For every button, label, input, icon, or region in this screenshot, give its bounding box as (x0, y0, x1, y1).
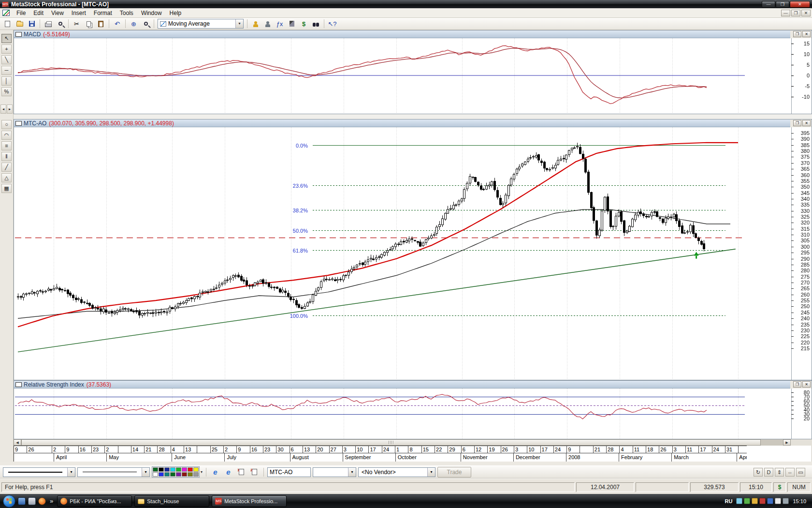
chart-window-icon[interactable] (2, 10, 10, 16)
network-icon[interactable] (736, 498, 742, 504)
taskbar-button-firefox[interactable]: РБК - РИА "РосБиз... (57, 495, 132, 507)
arc-tool[interactable]: ◠ (1, 131, 12, 140)
vendor-dropdown[interactable]: <No Vendor> ▾ (358, 467, 435, 477)
scroll-left-arrow[interactable]: ◀ (14, 439, 21, 446)
cycle-lines-tool[interactable]: ⦀ (1, 152, 12, 161)
cut-button[interactable]: ✂ (71, 18, 82, 29)
rsi-panel-header[interactable]: Relative Strength Index (37.5363) (14, 381, 790, 388)
shield-icon[interactable] (744, 498, 750, 504)
system-tester-button[interactable] (286, 18, 297, 29)
macd-restore-button[interactable]: ❐ (793, 31, 801, 37)
undo-button[interactable]: ↶ (112, 18, 123, 29)
line-style-dropdown[interactable]: ▾ (3, 467, 75, 477)
color-swatch[interactable] (193, 467, 199, 472)
taskbar-button-metastock[interactable]: MSMetaStock Professio... (212, 495, 287, 507)
trendline-tool[interactable]: ╲ (1, 55, 12, 64)
update-icon[interactable] (752, 498, 758, 504)
color-swatch[interactable] (170, 467, 175, 472)
start-button[interactable] (3, 495, 15, 508)
fit-vertical-button[interactable]: ⇕ (775, 468, 784, 477)
close-button[interactable]: ✕ (790, 1, 810, 8)
child-close-button[interactable]: ✕ (801, 10, 811, 16)
fibonacci-retracement-tool[interactable]: ≡ (1, 141, 12, 150)
child-restore-button[interactable]: ❐ (791, 10, 800, 16)
show-desktop-icon[interactable] (18, 497, 26, 505)
menu-insert[interactable]: Insert (68, 9, 90, 17)
layout-page-1-button[interactable]: 1 (236, 467, 247, 478)
color-swatch[interactable] (176, 467, 181, 472)
color-swatch[interactable] (159, 472, 164, 477)
macd-panel-header[interactable]: MACD (-5.51649) (14, 30, 790, 38)
menu-format[interactable]: Format (90, 9, 116, 17)
percent-tool[interactable]: % (1, 87, 12, 96)
display-icon[interactable] (767, 498, 773, 504)
scrollbar-thumb[interactable] (21, 439, 761, 446)
layout-page-2-button[interactable]: 2 (249, 467, 260, 478)
indicator-quicklist-dropdown[interactable]: Moving Average▾ (158, 19, 244, 29)
macd-chart[interactable] (14, 38, 812, 114)
color-swatch[interactable] (153, 472, 158, 477)
pager-previous-button[interactable]: ◂ (0, 105, 6, 114)
paste-button[interactable] (95, 18, 106, 29)
menu-view[interactable]: View (47, 9, 68, 17)
menu-file[interactable]: File (13, 9, 29, 17)
minimize-button[interactable]: — (762, 1, 775, 8)
line-weight-dropdown[interactable]: ▾ (77, 467, 150, 477)
period-dropdown[interactable]: ▾ (313, 467, 356, 477)
crosshair-tool[interactable]: + (1, 45, 12, 54)
color-swatch[interactable] (153, 467, 158, 472)
color-swatch[interactable] (182, 467, 187, 472)
rsi-chart[interactable] (14, 388, 812, 439)
firefox-quicklaunch-icon[interactable] (38, 497, 46, 505)
menu-window[interactable]: Window (137, 9, 166, 17)
color-swatch[interactable] (182, 472, 187, 477)
usb-icon[interactable] (783, 498, 789, 504)
periodicity-daily-button[interactable]: D (764, 468, 773, 477)
context-help-button[interactable]: ↖? (327, 18, 338, 29)
gann-tool[interactable]: △ (1, 173, 12, 182)
color-swatch[interactable] (176, 472, 181, 477)
pager-next-button[interactable]: ▸ (7, 105, 13, 114)
color-swatch[interactable] (188, 472, 193, 477)
expert-advisor-button[interactable] (250, 18, 261, 29)
optionscope-button[interactable]: $ (298, 18, 309, 29)
color-swatch[interactable] (170, 472, 175, 477)
color-swatch[interactable] (164, 467, 170, 472)
child-minimize-button[interactable]: — (781, 10, 790, 16)
print-button[interactable] (43, 18, 54, 29)
menu-edit[interactable]: Edit (29, 9, 47, 17)
open-button[interactable] (14, 18, 25, 29)
refresh-button[interactable]: ↻ (754, 468, 763, 477)
expert-commentary-button[interactable] (262, 18, 273, 29)
price-panel-header[interactable]: MTC-AO (300.070, 305.990, 298.500, 298.9… (14, 120, 790, 127)
trendline-up-tool[interactable]: ╱ (1, 163, 12, 172)
switch-windows-icon[interactable] (28, 497, 36, 505)
color-swatch[interactable] (164, 472, 170, 477)
metastock-tray-icon[interactable] (759, 498, 766, 504)
trade-button[interactable]: Trade (437, 467, 471, 478)
rsi-restore-button[interactable]: ❐ (793, 381, 801, 388)
color-swatch[interactable] (193, 472, 199, 477)
save-button[interactable] (26, 18, 37, 29)
web-browser-button-1[interactable]: e (210, 467, 221, 478)
price-close-button[interactable]: ✕ (802, 120, 811, 126)
price-chart[interactable] (14, 127, 812, 380)
indicator-builder-button[interactable]: ƒx (274, 18, 285, 29)
taskbar-clock[interactable]: 15:10 (793, 498, 806, 504)
menu-tools[interactable]: Tools (116, 9, 137, 17)
volume-icon[interactable] (775, 498, 781, 504)
color-swatch[interactable] (188, 467, 193, 472)
print-preview-button[interactable] (55, 18, 66, 29)
ellipse-tool[interactable]: ○ (1, 120, 12, 129)
symbol-input[interactable]: MTC-AO (267, 467, 311, 477)
palette-dropdown-arrow[interactable]: ▾ (201, 470, 203, 474)
price-restore-button[interactable]: ❐ (793, 120, 801, 126)
horizontal-scrollbar[interactable]: ◀ ▶ (14, 439, 812, 446)
restore-button[interactable]: ❐ (776, 1, 789, 8)
macd-close-button[interactable]: ✕ (802, 31, 811, 37)
vertical-line-tool[interactable]: │ (1, 76, 12, 86)
quicklaunch-overflow-chevron[interactable]: » (50, 497, 53, 505)
taskbar-button-folder[interactable]: Stach_House (134, 495, 209, 507)
grid-tool[interactable]: ▦ (1, 184, 12, 193)
panel-splitter[interactable] (14, 114, 812, 119)
